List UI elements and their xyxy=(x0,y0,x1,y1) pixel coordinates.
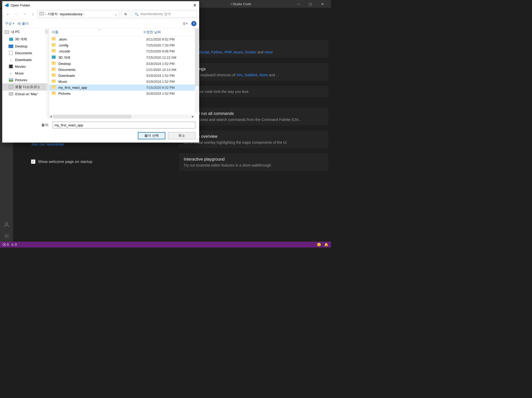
file-date: 3/19/2019 1:52 PM xyxy=(146,62,175,66)
svg-point-0 xyxy=(5,222,8,224)
file-row[interactable]: Pictures3/19/2019 1:52 PM xyxy=(49,91,199,97)
feedback-icon[interactable]: 🙂 xyxy=(317,243,321,246)
minimize-button[interactable]: ─ xyxy=(292,0,304,8)
window-controls: ─ ▢ ✕ xyxy=(292,0,328,8)
file-row[interactable]: .config7/15/2020 7:33 PM xyxy=(49,42,199,48)
link-azure[interactable]: Azure xyxy=(233,50,243,54)
nav-up-button[interactable]: ↑ xyxy=(29,11,37,17)
file-row[interactable]: Documents1/21/2020 10:13 AM xyxy=(49,67,199,73)
tree-item[interactable]: iCloud on 'Mac' xyxy=(2,91,49,97)
learn-card-overview[interactable]: Interface overview Get a visual overlay … xyxy=(179,131,328,148)
scroll-left-icon[interactable]: ◄ xyxy=(49,115,53,118)
file-date: 7/15/2020 8:32 PM xyxy=(146,86,175,90)
cancel-button[interactable]: 취소 xyxy=(168,132,195,139)
new-folder-button[interactable]: 새 폴더 xyxy=(17,21,29,26)
nav-forward-button[interactable]: → xyxy=(13,11,20,17)
show-welcome-checkbox[interactable]: ✓ xyxy=(31,160,35,164)
column-date[interactable]: 수정한 날짜 xyxy=(143,30,161,35)
file-name: my_first_react_app xyxy=(58,86,144,90)
tree-item[interactable]: ♪Music xyxy=(2,70,49,77)
folder-name-input[interactable] xyxy=(53,122,195,128)
nav-back-button[interactable]: ← xyxy=(4,11,12,17)
file-date: 3/19/2019 1:52 PM xyxy=(146,92,175,95)
link-python[interactable]: Python xyxy=(211,50,223,54)
tree-scrollbar-thumb[interactable] xyxy=(45,30,49,33)
file-row[interactable]: .atom3/11/2020 9:52 PM xyxy=(49,36,199,42)
tree-item-label: 3D 개체 xyxy=(15,37,27,42)
tree-item[interactable]: 3D 개체 xyxy=(2,36,49,43)
maximize-button[interactable]: ▢ xyxy=(304,0,316,8)
select-folder-button[interactable]: 폴더 선택 xyxy=(138,132,165,139)
breadcrumb-seg-user[interactable]: teyonkindisney › xyxy=(60,12,84,16)
account-icon[interactable] xyxy=(3,221,10,228)
file-row[interactable]: Downloads3/19/2019 1:52 PM xyxy=(49,73,199,79)
music-icon: ♪ xyxy=(9,71,13,75)
tree-item-label: Documents xyxy=(15,51,32,55)
status-warnings[interactable]: ⚠ 0 xyxy=(11,243,17,246)
folder-icon xyxy=(52,80,56,84)
file-row[interactable]: Music3/19/2019 1:52 PM xyxy=(49,79,199,85)
tree-item[interactable]: Documents xyxy=(2,50,49,56)
learn-card-commands[interactable]: Find and run all commands Rapidly access… xyxy=(179,108,328,125)
close-button[interactable]: ✕ xyxy=(316,0,328,8)
down-icon: ↓ xyxy=(9,58,13,62)
folder-tree[interactable]: 내 PC 3D 개체DesktopDocuments↓DownloadsMovi… xyxy=(2,28,49,119)
pc-icon xyxy=(4,30,9,34)
link-docker[interactable]: Docker xyxy=(245,50,256,54)
tree-item[interactable]: Pictures xyxy=(2,77,49,83)
card-title: nguages xyxy=(184,44,324,49)
organize-menu[interactable]: 구성 ▼ xyxy=(5,21,15,26)
link-php[interactable]: PHP xyxy=(224,50,231,54)
status-errors[interactable]: ⓧ 0 xyxy=(3,242,9,247)
scroll-right-icon[interactable]: ► xyxy=(191,115,195,118)
bell-icon[interactable]: 🔔 xyxy=(324,243,328,246)
folder-icon xyxy=(52,43,56,47)
resize-grip-icon[interactable]: ⋰ xyxy=(195,138,199,142)
link-atom[interactable]: Atom xyxy=(260,73,268,77)
tree-item-label: Downloads xyxy=(15,58,32,62)
tree-item[interactable]: Desktop xyxy=(2,43,49,50)
scrollbar-thumb[interactable] xyxy=(53,115,131,118)
nav-recent-button[interactable]: ▾ xyxy=(21,11,28,17)
file-date: 7/15/2020 12:22 AM xyxy=(146,56,176,59)
column-name[interactable]: 이름 xyxy=(52,30,142,35)
card-desc: Try out essential editor features in a s… xyxy=(184,163,324,167)
file-list-header: ⌃ 이름 수정한 날짜 xyxy=(49,28,199,36)
tree-item-pc[interactable]: 내 PC xyxy=(2,28,49,36)
disk-icon xyxy=(9,92,13,96)
dialog-close-button[interactable]: ✕ xyxy=(192,3,197,8)
learn-card-playground[interactable]: Interactive playground Try out essential… xyxy=(179,153,328,171)
file-date: 3/19/2019 1:52 PM xyxy=(146,74,175,78)
settings-gear-icon[interactable] xyxy=(3,233,10,239)
file-row[interactable]: Desktop3/19/2019 1:52 PM xyxy=(49,61,199,67)
breadcrumb-seg-users[interactable]: 사용자 › xyxy=(47,12,59,16)
view-options-button[interactable]: ☰ ▼ xyxy=(182,21,189,26)
horizontal-scrollbar[interactable]: ◄ ► xyxy=(49,114,195,119)
link-more[interactable]: more xyxy=(264,50,273,54)
status-bar: ⓧ 0 ⚠ 0 🙂 🔔 xyxy=(0,242,331,248)
breadcrumb-dropdown-icon[interactable]: ⌄ xyxy=(114,12,117,16)
dialog-toolbar: 구성 ▼ 새 폴더 ☰ ▼ ? xyxy=(2,19,199,28)
show-welcome-checkbox-row: ✓ Show welcome page on startup xyxy=(31,159,171,164)
scrollbar-thumb[interactable] xyxy=(195,29,199,86)
svg-point-1 xyxy=(6,235,7,237)
tree-item-label: Pictures xyxy=(15,78,27,82)
search-box[interactable]: 🔍 teyonkindisney 검색 xyxy=(132,10,197,18)
link-vim[interactable]: Vim xyxy=(236,73,242,77)
tree-item[interactable]: ↓Downloads xyxy=(2,56,49,63)
file-row[interactable]: my_first_react_app7/15/2020 8:32 PM xyxy=(49,85,199,91)
breadcrumb[interactable]: « 사용자 › teyonkindisney › ⌄ xyxy=(38,10,119,18)
file-name: Downloads xyxy=(58,74,144,78)
help-button[interactable]: ? xyxy=(191,21,196,26)
file-row[interactable]: 3D 개체7/15/2020 12:22 AM xyxy=(49,54,199,61)
file-row[interactable]: .vscode7/15/2020 8:06 PM xyxy=(49,48,199,54)
tree-item[interactable]: 로컬 디스크 (C:) xyxy=(2,83,49,91)
refresh-button[interactable]: ↻ xyxy=(121,10,130,18)
search-placeholder: teyonkindisney 검색 xyxy=(141,12,171,16)
vertical-scrollbar[interactable] xyxy=(195,28,199,114)
tree-item-label: Movies xyxy=(15,65,26,68)
folder-icon xyxy=(52,92,56,96)
tree-item[interactable]: Movies xyxy=(2,63,49,70)
file-list: ⌃ 이름 수정한 날짜 .atom3/11/2020 9:52 PM.confi… xyxy=(49,28,199,119)
link-sublime[interactable]: Sublime xyxy=(244,73,258,77)
